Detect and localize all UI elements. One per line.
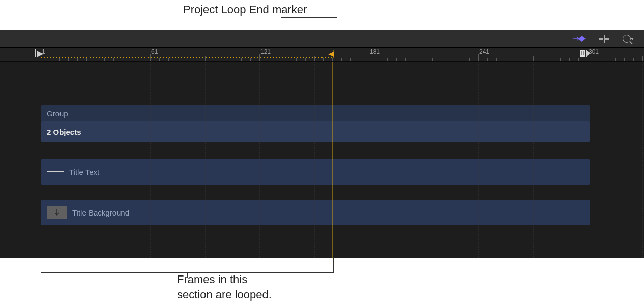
ruler-tick [506, 58, 506, 61]
ruler-tick [569, 58, 570, 61]
grid-line [369, 62, 369, 258]
group-summary-clip[interactable]: 2 Objects [41, 121, 590, 142]
ruler-tick [533, 56, 534, 61]
ruler-tick [350, 58, 351, 61]
ruler-tick [378, 58, 378, 61]
timeline-tracks-area[interactable]: Group 2 Objects Title Text Title Backgro… [0, 62, 644, 258]
ruler-tick [287, 58, 287, 61]
ruler-tick [405, 58, 406, 61]
ruler-tick [432, 58, 433, 61]
clip-thumbnail [47, 206, 67, 219]
ruler-tick [50, 58, 50, 61]
ruler-tick [178, 58, 178, 61]
ruler-tick [588, 54, 588, 61]
ruler-tick [624, 58, 625, 61]
ruler-tick [305, 58, 306, 61]
ruler-tick [341, 58, 342, 61]
grid-line [314, 62, 315, 258]
ruler-tick [515, 58, 515, 61]
ruler-tick [560, 58, 561, 61]
track-clip-title-background[interactable]: Title Background [41, 200, 590, 225]
grid-line [478, 62, 479, 258]
grid-line [533, 62, 534, 258]
leader-line-bottom [41, 258, 334, 273]
grid-line [205, 62, 206, 258]
timeline-toolbar [0, 30, 644, 48]
ruler-tick [278, 58, 278, 61]
clip-thumbnail [47, 171, 64, 172]
ruler-tick [387, 58, 388, 61]
ruler-tick [478, 54, 479, 61]
ruler-label: 301 [589, 48, 599, 55]
track-clip-title-text[interactable]: Title Text [41, 159, 590, 185]
chevron-down-icon [631, 38, 634, 40]
ruler-tick [250, 58, 251, 61]
ruler-tick [332, 58, 333, 61]
ruler-tick [451, 58, 451, 61]
ruler-tick [141, 58, 141, 61]
ruler-tick [223, 58, 223, 61]
ruler-tick [123, 58, 123, 61]
ruler-tick [241, 58, 242, 61]
ruler-tick [442, 58, 442, 61]
ruler-tick [606, 58, 606, 61]
ruler-tick [578, 58, 579, 61]
group-count: 2 Objects [47, 128, 81, 136]
snapping-icon[interactable] [599, 35, 609, 43]
ruler-tick [487, 58, 488, 61]
ruler-tick [551, 58, 551, 61]
grid-line [150, 62, 151, 258]
project-loop-end-marker[interactable] [327, 50, 334, 58]
grid-line [424, 62, 424, 258]
ruler-tick [168, 58, 169, 61]
ruler-tick [369, 54, 369, 61]
ruler-label: 241 [479, 48, 489, 55]
grid-line [41, 62, 41, 258]
ruler-tick [360, 58, 360, 61]
grid-line [96, 62, 96, 258]
ruler-tick [460, 58, 460, 61]
ruler-tick [323, 58, 324, 61]
ruler-tick [496, 58, 497, 61]
ruler-tick [415, 58, 415, 61]
zoom-icon [623, 35, 631, 43]
ruler-tick [633, 58, 634, 61]
ruler-tick [104, 58, 105, 61]
ruler-tick [68, 58, 69, 61]
ruler-tick [187, 58, 187, 61]
grid-line [588, 62, 588, 258]
zoom-control[interactable] [623, 35, 634, 43]
ruler-label: 61 [151, 48, 158, 55]
ruler-tick [159, 58, 160, 61]
ruler-tick [232, 58, 232, 61]
group-header-clip[interactable]: Group [41, 105, 590, 121]
ruler-tick [296, 58, 297, 61]
ruler-tick [132, 58, 132, 61]
timeline-ruler[interactable]: ▶ 161121181241301 [0, 48, 644, 62]
ruler-tick [424, 56, 424, 61]
ruler-tick [469, 58, 470, 61]
keyframe-icon[interactable] [572, 35, 586, 42]
ruler-label: 121 [260, 48, 271, 55]
ruler-tick [396, 58, 397, 61]
callout-loop-frames: Frames in thissection are looped. [177, 272, 272, 302]
grid-line [642, 62, 643, 258]
ruler-tick [77, 58, 78, 61]
ruler-tick [113, 58, 114, 61]
group-label: Group [47, 109, 68, 118]
ruler-tick [196, 58, 196, 61]
clip-label: Title Background [72, 208, 129, 217]
clip-label: Title Text [69, 168, 99, 176]
ruler-tick [86, 58, 87, 61]
ruler-tick [214, 58, 214, 61]
ruler-label: 181 [370, 48, 380, 55]
timeline-panel: ▶ 161121181241301 Group 2 Objects Title … [0, 30, 644, 258]
ruler-label: 1 [42, 48, 45, 55]
ruler-tick [597, 58, 597, 61]
grid-line [259, 62, 260, 258]
ruler-tick [542, 58, 542, 61]
loop-range[interactable] [41, 57, 332, 58]
ruler-tick [524, 58, 524, 61]
callout-loop-end: Project Loop End marker [183, 2, 307, 17]
ruler-tick [269, 58, 269, 61]
